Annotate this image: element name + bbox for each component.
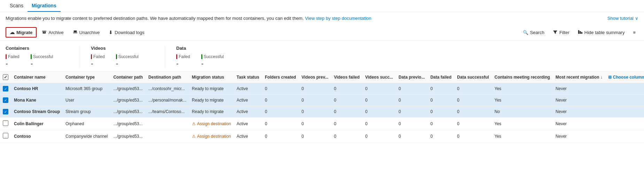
successful-bar-videos (116, 54, 117, 59)
row-data-failed: 0 (428, 118, 455, 130)
row-folders-created: 0 (262, 118, 298, 130)
th-videos-succ[interactable]: Videos succ... (362, 72, 396, 83)
filter-icon (553, 30, 558, 35)
data-failed-value: - (176, 60, 190, 68)
summary-containers: Containers Failed - Successful - (6, 46, 68, 68)
th-videos-prev[interactable]: Videos prev... (299, 72, 331, 83)
row-choose-columns-cell (605, 130, 644, 143)
th-data-failed[interactable]: Data failed (428, 72, 455, 83)
th-contains-meeting-recording[interactable]: Contains meeting recording (492, 72, 553, 83)
row-container-type: Orphaned (63, 118, 110, 130)
row-checkbox[interactable] (3, 133, 8, 138)
th-migration-status[interactable]: Migration status (189, 72, 234, 83)
table-container: ✓ Container name Container type Containe… (0, 72, 644, 143)
row-checkbox-cell[interactable]: ✓ (0, 83, 11, 95)
summary-videos-failed: Failed - (91, 54, 105, 68)
download-logs-button[interactable]: ⬇ Download logs (105, 27, 148, 37)
row-checkbox-cell[interactable] (0, 118, 11, 130)
row-folders-created: 0 (262, 95, 298, 106)
row-checkbox[interactable]: ✓ (3, 86, 8, 91)
search-button[interactable]: 🔍 Search (520, 28, 547, 37)
th-most-recent-migration[interactable]: Most recent migration ↓ (553, 72, 605, 83)
migrate-icon: ☁ (10, 30, 15, 35)
row-checkbox[interactable]: ✓ (3, 109, 8, 114)
migrate-button[interactable]: ☁ Migrate (6, 27, 37, 38)
row-checkbox[interactable] (3, 120, 8, 126)
summary-videos-successful: Successful - (116, 54, 139, 68)
row-videos-prev: 0 (299, 106, 331, 118)
more-button[interactable]: ≡ (630, 28, 638, 37)
row-container-type: Companywide channel (63, 130, 110, 143)
row-videos-failed: 0 (331, 83, 363, 95)
row-data-failed: 0 (428, 130, 455, 143)
unarchive-button[interactable]: Unarchive (69, 27, 104, 38)
th-container-name[interactable]: Container name (11, 72, 63, 83)
summary-containers-title: Containers (6, 46, 68, 51)
row-most-recent-migration: Never (553, 130, 605, 143)
failed-bar-data (176, 54, 177, 59)
toolbar: ☁ Migrate Archive Unarchive ⬇ Download l… (0, 24, 644, 41)
th-checkbox[interactable]: ✓ (0, 72, 11, 83)
summary-containers-failed: Failed - (6, 54, 20, 68)
row-checkbox-cell[interactable]: ✓ (0, 106, 11, 118)
summary-data-title: Data (176, 46, 239, 51)
row-task-status: Active (234, 95, 262, 106)
th-choose-columns[interactable]: ⊞ Choose columns (605, 72, 644, 83)
row-videos-succ: 0 (362, 118, 396, 130)
row-container-path: .../group/ed53... (110, 95, 146, 106)
th-task-status[interactable]: Task status (234, 72, 262, 83)
row-container-name: Colin Ballinger (11, 118, 63, 130)
row-data-failed: 0 (428, 106, 455, 118)
unarchive-icon (73, 30, 78, 35)
th-container-path[interactable]: Container path (110, 72, 146, 83)
hide-table-summary-button[interactable]: Hide table summary (575, 28, 628, 37)
summary-divider-2 (165, 46, 165, 68)
successful-bar-containers (31, 54, 32, 59)
row-data-previo: 0 (396, 83, 427, 95)
tab-migrations[interactable]: Migrations (28, 0, 61, 12)
more-icon: ≡ (633, 30, 636, 35)
th-folders-created[interactable]: Folders created (262, 72, 298, 83)
row-videos-prev: 0 (299, 118, 331, 130)
info-bar: Migrations enable you to migrate content… (0, 12, 644, 24)
row-checkbox[interactable]: ✓ (3, 97, 8, 103)
table-summary-icon (578, 30, 583, 35)
row-checkbox-cell[interactable] (0, 130, 11, 143)
row-container-type: User (63, 95, 110, 106)
th-container-type[interactable]: Container type (63, 72, 110, 83)
row-container-path: .../group/ed53... (110, 118, 146, 130)
containers-successful-value: - (31, 60, 53, 68)
row-folders-created: 0 (262, 106, 298, 118)
row-videos-failed: 0 (331, 106, 363, 118)
row-data-successful: 0 (454, 130, 491, 143)
toolbar-right: 🔍 Search Filter Hide table summary ≡ (520, 28, 638, 37)
row-checkbox-cell[interactable]: ✓ (0, 95, 11, 106)
row-container-path: .../group/ed53... (110, 130, 146, 143)
row-most-recent-migration: Never (553, 118, 605, 130)
archive-button[interactable]: Archive (38, 27, 67, 38)
svg-rect-4 (581, 32, 582, 34)
row-migration-status: Ready to migrate (189, 83, 234, 95)
row-videos-prev: 0 (299, 130, 331, 143)
row-data-successful: 0 (454, 118, 491, 130)
row-task-status: Active (234, 118, 262, 130)
tabs-container: Scans Migrations (0, 0, 644, 12)
th-destination-path[interactable]: Destination path (146, 72, 189, 83)
row-most-recent-migration: Never (553, 95, 605, 106)
svg-rect-0 (42, 31, 46, 31)
th-data-previo[interactable]: Data previo... (396, 72, 427, 83)
docs-link[interactable]: View step by step documentation (305, 16, 372, 21)
row-choose-columns-cell (605, 106, 644, 118)
row-videos-succ: 0 (362, 95, 396, 106)
filter-button[interactable]: Filter (550, 28, 572, 37)
choose-columns-button[interactable]: ⊞ Choose columns (608, 75, 644, 80)
row-choose-columns-cell (605, 118, 644, 130)
show-tutorial-button[interactable]: Show tutorial ∨ (607, 16, 638, 21)
select-all-checkbox[interactable]: ✓ (3, 74, 8, 80)
th-videos-failed[interactable]: Videos failed (331, 72, 363, 83)
row-destination-path: .../teams/Contoso... (146, 106, 189, 118)
videos-successful-value: - (116, 60, 139, 68)
th-data-successful[interactable]: Data successful (454, 72, 491, 83)
row-contains-meeting-recording: Yes (492, 130, 553, 143)
tab-scans[interactable]: Scans (6, 0, 28, 12)
